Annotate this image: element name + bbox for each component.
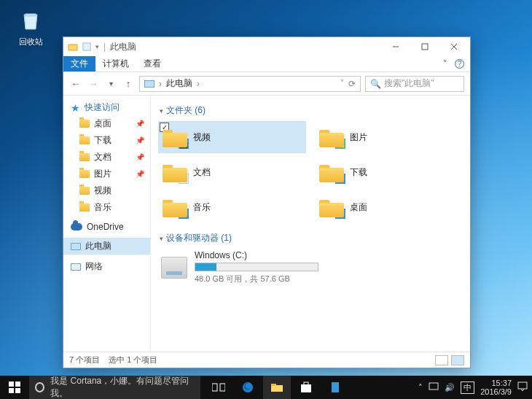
help-icon[interactable]: ? <box>455 59 464 69</box>
svg-rect-1 <box>83 43 90 50</box>
pin-icon: 📌 <box>136 136 144 144</box>
back-button[interactable]: ← <box>69 77 82 90</box>
edge-app[interactable] <box>234 376 262 399</box>
address-sep-2: › <box>197 79 200 89</box>
navigation-pane[interactable]: ★ 快速访问 桌面📌 下载📌 文档📌 图片📌 视频 音乐 OneDrive 此电… <box>63 96 151 352</box>
address-location[interactable]: 此电脑 <box>166 77 192 90</box>
tab-computer[interactable]: 计算机 <box>95 56 136 71</box>
folder-pictures[interactable]: 🖼 图片 <box>315 121 463 153</box>
onedrive[interactable]: OneDrive <box>63 220 150 233</box>
volume-icon[interactable]: 🔊 <box>445 383 455 392</box>
view-details-button[interactable] <box>435 355 448 365</box>
nav-item-desktop[interactable]: 桌面📌 <box>63 115 150 132</box>
generic-app[interactable] <box>321 376 349 399</box>
clock-date: 2016/3/9 <box>480 387 512 396</box>
qat-properties-icon[interactable] <box>82 42 91 51</box>
folder-documents[interactable]: 📄 文档 <box>158 156 306 188</box>
pc-icon <box>71 243 81 250</box>
cortana-placeholder: 我是 Cortana，小娜。有问题尽管问我。 <box>50 375 195 399</box>
nav-item-downloads[interactable]: 下载📌 <box>63 132 150 149</box>
folder-grid: ✓ 🎬 视频 🖼 图片 📄 文档 ⬇ 下载 ♪ 音 <box>158 121 463 223</box>
drive-c[interactable]: Windows (C:) 48.0 GB 可用，共 57.6 GB <box>158 249 463 286</box>
windows-logo-icon <box>9 381 20 393</box>
group-folders-header[interactable]: 文件夹 (6) <box>160 104 463 117</box>
network[interactable]: 网络 <box>63 259 150 274</box>
address-dropdown-icon[interactable]: ˅ <box>340 79 344 89</box>
folder-icon: ⬇ <box>319 162 344 182</box>
folder-icon: 🎬 <box>163 127 187 147</box>
refresh-icon[interactable]: ⟳ <box>348 79 356 89</box>
folder-desktop[interactable]: 🖥 桌面 <box>315 191 463 223</box>
action-center-icon[interactable] <box>517 381 528 393</box>
nav-item-videos[interactable]: 视频 <box>63 182 150 199</box>
svg-rect-18 <box>429 383 438 390</box>
network-icon <box>71 263 81 271</box>
tray-chevron-icon[interactable]: ˄ <box>418 383 423 392</box>
window-title: 此电脑 <box>110 41 136 53</box>
tab-view[interactable]: 查看 <box>136 56 168 71</box>
folder-icon: 📄 <box>163 162 187 182</box>
nav-item-documents[interactable]: 文档📌 <box>63 149 150 166</box>
network-icon[interactable] <box>429 382 439 392</box>
group-drives-header[interactable]: 设备和驱动器 (1) <box>160 232 463 244</box>
start-button[interactable] <box>0 376 29 399</box>
address-bar[interactable]: › 此电脑 › ˅ ⟳ <box>139 76 361 92</box>
capacity-bar <box>195 263 318 271</box>
search-placeholder: 搜索"此电脑" <box>384 77 434 90</box>
view-large-button[interactable] <box>451 355 464 365</box>
content-pane[interactable]: 文件夹 (6) ✓ 🎬 视频 🖼 图片 📄 文档 ⬇ 下载 <box>151 96 470 352</box>
ime-indicator[interactable]: 中 <box>461 381 474 394</box>
explorer-icon <box>68 42 78 52</box>
svg-rect-8 <box>9 388 14 393</box>
nav-item-music[interactable]: 音乐 <box>63 199 150 216</box>
disk-icon <box>161 257 187 279</box>
system-tray[interactable]: ˄ 🔊 中 15:37 2016/3/9 <box>414 379 532 396</box>
drive-capacity: 48.0 GB 可用，共 57.6 GB <box>195 274 318 284</box>
drive-name: Windows (C:) <box>195 250 318 260</box>
folder-downloads[interactable]: ⬇ 下载 <box>315 156 463 188</box>
search-icon: 🔍 <box>370 79 381 89</box>
folder-music[interactable]: ♪ 音乐 <box>158 191 306 223</box>
folder-icon <box>79 153 90 161</box>
explorer-app[interactable] <box>263 376 291 399</box>
taskbar[interactable]: 我是 Cortana，小娜。有问题尽管问我。 ˄ 🔊 中 15:37 2016/… <box>0 376 532 399</box>
selection-count: 选中 1 个项目 <box>109 355 157 365</box>
maximize-button[interactable] <box>410 37 439 56</box>
clock[interactable]: 15:37 2016/3/9 <box>480 379 512 396</box>
close-button[interactable] <box>439 37 469 56</box>
minimize-button[interactable] <box>381 37 410 56</box>
folder-icon <box>79 204 90 212</box>
svg-rect-6 <box>9 381 14 387</box>
nav-item-pictures[interactable]: 图片📌 <box>63 166 150 182</box>
store-app[interactable] <box>292 376 320 399</box>
cloud-icon <box>71 223 82 231</box>
pin-icon: 📌 <box>136 170 144 178</box>
folder-icon: ♪ <box>163 197 187 217</box>
this-pc[interactable]: 此电脑 <box>63 238 150 255</box>
item-count: 7 个项目 <box>69 355 100 365</box>
recent-dropdown[interactable]: ▾ <box>104 77 117 90</box>
titlebar[interactable]: ▾ | 此电脑 <box>63 37 470 56</box>
folder-videos[interactable]: ✓ 🎬 视频 <box>158 121 306 153</box>
cortana-search[interactable]: 我是 Cortana，小娜。有问题尽管问我。 <box>29 376 200 399</box>
taskbar-apps <box>205 376 349 399</box>
folder-icon <box>79 170 90 178</box>
svg-rect-3 <box>422 44 428 50</box>
svg-rect-15 <box>301 384 311 392</box>
ribbon-expand-icon[interactable]: ˅ <box>443 59 447 69</box>
task-view-button[interactable] <box>205 376 232 399</box>
up-button[interactable]: ↑ <box>122 77 135 90</box>
folder-icon <box>79 136 90 144</box>
pc-icon <box>144 80 154 88</box>
recycle-bin[interactable]: 回收站 <box>10 7 51 47</box>
search-box[interactable]: 🔍 搜索"此电脑" <box>365 76 464 92</box>
tab-file[interactable]: 文件 <box>63 56 95 71</box>
ribbon-tabs: 文件 计算机 查看 ˅ ? <box>63 56 470 72</box>
folder-icon <box>79 120 90 128</box>
address-bar-row: ← → ▾ ↑ › 此电脑 › ˅ ⟳ 🔍 搜索"此电脑" <box>63 72 470 96</box>
quick-access[interactable]: ★ 快速访问 <box>63 100 150 115</box>
svg-rect-0 <box>69 44 77 50</box>
qat-dropdown-icon[interactable]: ▾ <box>95 43 99 50</box>
forward-button[interactable]: → <box>87 77 100 90</box>
svg-rect-17 <box>332 382 339 392</box>
